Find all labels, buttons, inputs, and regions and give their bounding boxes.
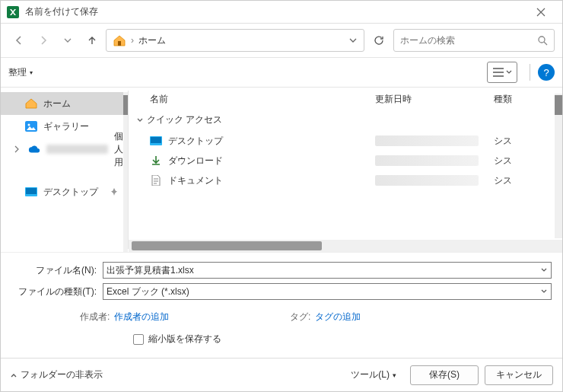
search-box[interactable]: [393, 29, 555, 52]
home-icon: [113, 34, 126, 46]
toolbar-separator: [530, 64, 530, 81]
thumbnail-label[interactable]: 縮小版を保存する: [148, 333, 221, 346]
filetype-select[interactable]: Excel ブック (*.xlsx): [103, 283, 552, 300]
document-icon: [150, 174, 162, 186]
address-bar[interactable]: › ホーム: [106, 29, 364, 52]
file-row-downloads[interactable]: ダウンロード シス: [129, 151, 562, 171]
svg-rect-8: [151, 137, 161, 143]
sidebar-scrollbar[interactable]: [123, 92, 128, 252]
desktop-icon: [150, 135, 162, 147]
author-label: 作成者:: [80, 311, 110, 323]
desktop-icon: [25, 186, 37, 198]
chevron-right-icon[interactable]: [11, 145, 22, 153]
excel-app-icon: [7, 6, 19, 18]
group-quick-access[interactable]: クイック アクセス: [129, 110, 562, 131]
file-row-documents[interactable]: ドキュメント シス: [129, 171, 562, 190]
up-button[interactable]: [81, 30, 103, 51]
recent-dropdown[interactable]: [57, 30, 78, 51]
cancel-button[interactable]: キャンセル: [485, 365, 553, 385]
chevron-down-icon[interactable]: [540, 288, 548, 295]
author-add-link[interactable]: 作成者の追加: [114, 311, 169, 323]
refresh-button[interactable]: [367, 29, 390, 52]
breadcrumb: ホーム: [138, 34, 344, 47]
filetype-label: ファイルの種類(T):: [11, 285, 103, 298]
breadcrumb-separator: ›: [131, 35, 134, 46]
svg-rect-6: [26, 188, 37, 194]
cloud-icon: [28, 143, 40, 155]
column-date[interactable]: 更新日時: [375, 93, 494, 106]
tag-label: タグ:: [290, 311, 310, 323]
tag-add-link[interactable]: タグの追加: [315, 311, 361, 323]
svg-point-2: [539, 37, 545, 43]
file-row-desktop[interactable]: デスクトップ シス: [129, 131, 562, 151]
sidebar-item-personal[interactable]: 個人用: [1, 138, 123, 161]
content-hscrollbar[interactable]: [129, 240, 562, 252]
filename-label: ファイル名(N):: [11, 264, 103, 277]
view-mode-button[interactable]: [487, 62, 517, 83]
filename-input[interactable]: 出張予算見積書1.xlsx: [103, 262, 552, 279]
sidebar-item-home[interactable]: ホーム: [1, 92, 123, 115]
file-list: 名前 更新日時 種類 クイック アクセス デスクトップ シス ダウンロード シス…: [129, 88, 562, 252]
sidebar-item-gallery[interactable]: ギャラリー: [1, 115, 123, 138]
date-blur: [375, 155, 479, 166]
chevron-down-icon[interactable]: [540, 266, 548, 274]
column-type[interactable]: 種類: [494, 93, 512, 106]
address-dropdown[interactable]: [348, 36, 358, 45]
column-headers[interactable]: 名前 更新日時 種類: [129, 88, 562, 110]
column-name[interactable]: 名前: [150, 93, 375, 106]
chevron-down-icon[interactable]: [136, 116, 144, 124]
organize-menu[interactable]: 整理▾: [8, 66, 33, 79]
sidebar: ホーム ギャラリー 個人用 デスクトップ: [1, 88, 128, 252]
pin-icon[interactable]: [110, 187, 119, 196]
personal-name-blur: [46, 145, 108, 154]
help-button[interactable]: ?: [538, 64, 555, 81]
window-title: 名前を付けて保存: [25, 5, 526, 18]
back-button[interactable]: [8, 30, 30, 51]
gallery-icon: [25, 120, 37, 132]
home-icon: [25, 97, 37, 110]
download-icon: [150, 155, 162, 167]
close-button[interactable]: [526, 1, 556, 24]
svg-point-4: [28, 124, 30, 126]
forward-button[interactable]: [33, 30, 54, 51]
date-blur: [375, 175, 479, 186]
tools-menu[interactable]: ツール(L) ▾: [351, 368, 396, 381]
content-vscrollbar[interactable]: [555, 94, 562, 238]
thumbnail-checkbox[interactable]: [133, 334, 144, 345]
hide-folders-button[interactable]: フォルダーの非表示: [10, 368, 103, 381]
search-input[interactable]: [400, 35, 537, 46]
sidebar-item-desktop[interactable]: デスクトップ: [1, 180, 123, 203]
save-button[interactable]: 保存(S): [410, 365, 479, 385]
svg-rect-1: [118, 41, 121, 46]
date-blur: [375, 135, 479, 146]
search-icon[interactable]: [537, 35, 548, 46]
